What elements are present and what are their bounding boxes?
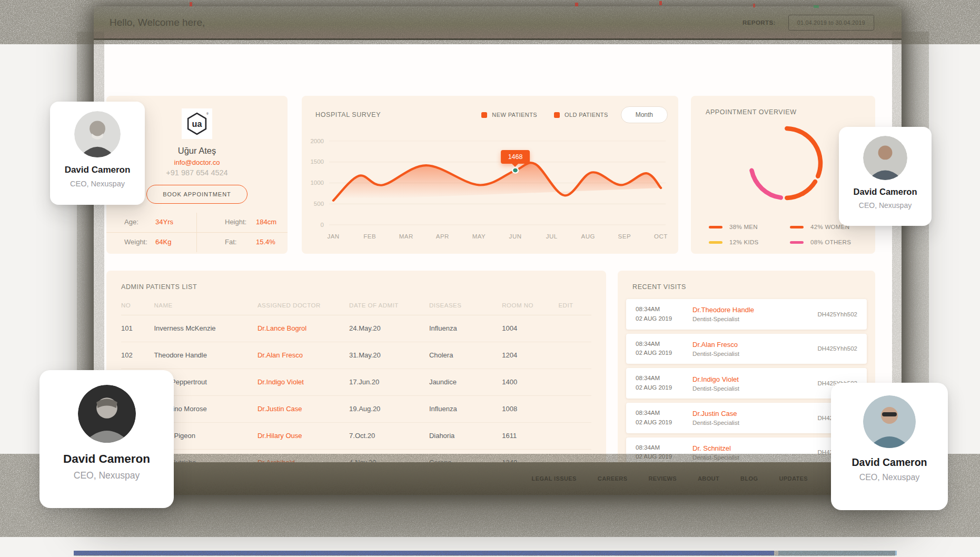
footer-link[interactable]: LEGAL ISSUES	[532, 475, 577, 482]
cell-edit[interactable]	[558, 423, 591, 450]
visit-specialty: Dentist-Specialist	[692, 454, 818, 461]
x-axis-label: SEP	[618, 233, 631, 240]
footer-bar: LEGAL ISSUESCAREERSREVIEWSABOUTBLOGUPDAT…	[94, 462, 902, 495]
visit-time: 08:34AM	[636, 409, 692, 418]
visit-doctor-link[interactable]: Dr.Theodore Handle	[692, 306, 818, 314]
visit-specialty: Dentist-Specialist	[692, 385, 818, 392]
stat-label: Height:	[225, 218, 248, 226]
cell-edit[interactable]	[558, 342, 591, 369]
cell-doctor-link[interactable]: Dr.Alan Fresco	[258, 342, 349, 369]
cell-edit[interactable]	[558, 369, 591, 396]
reports-label: REPORTS:	[743, 19, 776, 26]
footer-link[interactable]: CAREERS	[598, 475, 628, 482]
footer-link[interactable]: ABOUT	[698, 475, 719, 482]
cell-no: 101	[121, 315, 154, 342]
visit-doctor-link[interactable]: Dr.Indigo Violet	[692, 375, 818, 383]
visit-doctor-link[interactable]: Dr.Justin Case	[692, 410, 818, 417]
visit-row[interactable]: 08:34AM 02 AUG 2019 Dr.Theodore Handle D…	[626, 299, 867, 330]
cell-date: 17.Jun.20	[349, 369, 429, 396]
visit-when: 08:34AM 02 AUG 2019	[636, 409, 692, 427]
y-axis-label: 2000	[310, 138, 324, 144]
cell-doctor-link[interactable]: Dr.Indigo Violet	[258, 369, 349, 396]
period-dropdown[interactable]: Month	[621, 106, 668, 123]
legend-dash-icon	[790, 241, 804, 244]
footer-link[interactable]: UPDATES	[779, 475, 808, 482]
footer-link[interactable]: REVIEWS	[648, 475, 677, 482]
visit-when: 08:34AM 02 AUG 2019	[636, 340, 692, 359]
cell-doctor-link[interactable]: Dr.Hilary Ouse	[258, 423, 349, 450]
table-header-row: NONAMEASSIGNED DOCTORDATE OF ADMITDISEAS…	[121, 298, 591, 315]
testimonial-role: CEO, Nexuspay	[74, 470, 140, 481]
testimonial-card: David Cameron CEO, Nexuspay	[831, 383, 948, 510]
testimonial-name: David Cameron	[853, 187, 917, 197]
cell-disease: Diahoria	[429, 423, 502, 450]
x-axis-label: AUG	[581, 233, 595, 240]
column-header: NAME	[154, 298, 258, 315]
cell-disease: Influenza	[429, 315, 502, 342]
table-row[interactable]: 102 Theodore Handle Dr.Alan Fresco 31.Ma…	[121, 342, 591, 369]
visit-date: 02 AUG 2019	[636, 452, 692, 462]
cell-date: 7.Oct.20	[349, 423, 429, 450]
survey-legend: NEW PATIENTS OLD PATIENTS	[481, 112, 608, 118]
x-axis-label: JAN	[327, 233, 339, 240]
visit-row[interactable]: 08:34AM 02 AUG 2019 Dr.Alan Fresco Denti…	[626, 334, 867, 364]
visit-when: 08:34AM 02 AUG 2019	[636, 374, 692, 393]
legend-dash-icon	[709, 226, 722, 228]
cell-doctor-link[interactable]: Dr.Justin Case	[258, 396, 349, 423]
stat-value: 15.4%	[256, 238, 275, 246]
donut-arc	[787, 182, 815, 198]
date-range-picker[interactable]: 01.04.2019 to 30.04.2019	[788, 15, 874, 31]
footer-link[interactable]: BLOG	[740, 475, 758, 482]
table-row[interactable]: 103 Niles Peppertrout Dr.Indigo Violet 1…	[121, 369, 591, 396]
cell-disease: Jaundice	[429, 369, 502, 396]
visit-specialty: Dentist-Specialist	[692, 351, 818, 357]
cell-edit[interactable]	[558, 315, 591, 342]
visit-specialty: Dentist-Specialist	[692, 420, 818, 426]
x-axis-label: JUN	[509, 233, 522, 240]
stat-label: Age:	[124, 218, 147, 226]
stat-value: 184cm	[256, 218, 276, 226]
column-header: DATE OF ADMIT	[349, 298, 429, 315]
table-row[interactable]: 105 Pigeon Dr.Hilary Ouse 7.Oct.20 Diaho…	[121, 423, 591, 450]
cell-disease: Influenza	[429, 396, 502, 423]
cell-disease: Cholera	[429, 342, 502, 369]
svg-text:®: ®	[206, 112, 209, 115]
cell-room: 1204	[502, 342, 558, 369]
visit-doctor-link[interactable]: Dr. Schnitzel	[692, 444, 818, 452]
stat-value: 64Kg	[155, 238, 171, 246]
legend-swatch-icon	[481, 112, 487, 118]
table-row[interactable]: 101 Inverness McKenzie Dr.Lance Bogrol 2…	[121, 315, 591, 342]
testimonial-role: CEO, Nexuspay	[70, 180, 125, 188]
x-axis-label: MAR	[399, 233, 413, 240]
cell-room: 1400	[502, 369, 558, 396]
legend-label: 12% KIDS	[729, 239, 758, 245]
testimonial-card: David Cameron CEO, Nexuspay	[839, 127, 932, 226]
line-chart-svg: 0500100015002000JANFEBMARAPRMAYJUNJULAUG…	[308, 127, 672, 244]
svg-text:ua: ua	[192, 119, 203, 128]
table-row[interactable]: 104 Valentino Morose Dr.Justin Case 19.A…	[121, 396, 591, 423]
avatar	[74, 111, 121, 157]
testimonial-card: David Cameron CEO, Nexuspay	[39, 370, 174, 508]
book-appointment-button[interactable]: BOOK APPOINTMENT	[146, 185, 248, 204]
cell-edit[interactable]	[558, 396, 591, 423]
visit-doctor-block: Dr.Indigo Violet Dentist-Specialist	[692, 375, 818, 392]
visit-doctor-link[interactable]: Dr.Alan Fresco	[692, 341, 818, 349]
cell-room: 1004	[502, 315, 558, 342]
cell-doctor-link[interactable]: Dr.Lance Bogrol	[258, 315, 349, 342]
x-axis-label: FEB	[363, 233, 376, 240]
donut-arc	[787, 128, 820, 176]
visit-doctor-block: Dr.Theodore Handle Dentist-Specialist	[692, 306, 818, 322]
legend-dash-icon	[790, 226, 804, 228]
cell-date: 24.May.20	[349, 315, 429, 342]
visit-date: 02 AUG 2019	[636, 314, 692, 324]
patients-title: ADMIN PATIENTS LIST	[106, 271, 606, 295]
testimonial-name: David Cameron	[852, 456, 927, 469]
legend-label: 08% OTHERS	[810, 239, 851, 245]
visit-when: 08:34AM 02 AUG 2019	[636, 443, 692, 462]
column-header: EDIT	[558, 298, 591, 315]
testimonial-name: David Cameron	[63, 452, 150, 466]
cell-date: 19.Aug.20	[349, 396, 429, 423]
column-header: ASSIGNED DOCTOR	[258, 298, 349, 315]
content-area: ua ® Uğur Ateş info@doctor.co +91 987 65…	[94, 42, 902, 462]
visit-id: DH425Yhh502	[818, 311, 857, 317]
